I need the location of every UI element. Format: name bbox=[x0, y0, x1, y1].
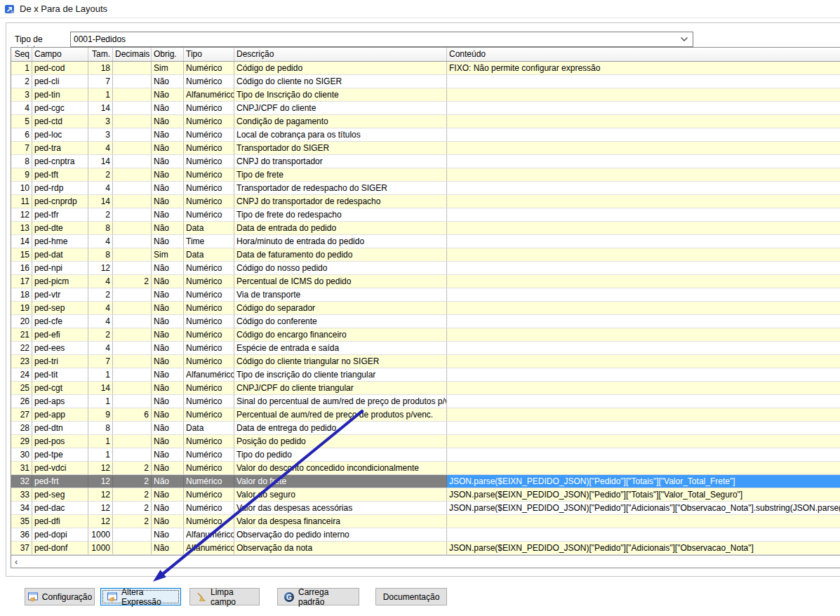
cell-seq[interactable]: 28 bbox=[11, 422, 32, 434]
cell-obrig[interactable]: Não bbox=[152, 475, 184, 488]
cell-dec[interactable] bbox=[113, 208, 152, 221]
cell-seq[interactable]: 19 bbox=[11, 302, 32, 314]
cell-tam[interactable]: 14 bbox=[88, 195, 113, 208]
cell-desc[interactable]: Código do separador bbox=[234, 302, 447, 314]
cell-dec[interactable] bbox=[113, 448, 152, 461]
cell-desc[interactable]: Código de pedido bbox=[234, 62, 447, 74]
cell-dec[interactable] bbox=[113, 395, 152, 408]
table-row[interactable]: 27ped-app96NãoNuméricoPercentual de aum/… bbox=[11, 408, 840, 422]
cell-cont[interactable]: JSON.parse($EIXN_PEDIDO_JSON)["Pedido"][… bbox=[447, 542, 840, 554]
cell-tam[interactable]: 12 bbox=[88, 462, 113, 474]
cell-tipo[interactable]: Data bbox=[184, 248, 234, 261]
cell-cont[interactable]: FIXO: Não permite configurar expressão bbox=[447, 62, 840, 74]
cell-desc[interactable]: Valor do seguro bbox=[234, 488, 447, 501]
cell-desc[interactable]: Observação da nota bbox=[234, 542, 447, 554]
cell-seq[interactable]: 8 bbox=[11, 155, 32, 168]
cell-tam[interactable]: 3 bbox=[88, 128, 113, 141]
cell-tam[interactable]: 4 bbox=[88, 182, 113, 194]
table-row[interactable]: 1ped-cod18SimNuméricoCódigo de pedidoFIX… bbox=[11, 62, 840, 75]
cell-cont[interactable] bbox=[447, 448, 840, 461]
documentacao-button[interactable]: Documentação bbox=[375, 588, 447, 605]
cell-tipo[interactable]: Numérico bbox=[184, 475, 234, 488]
cell-tam[interactable]: 14 bbox=[88, 382, 113, 394]
cell-tam[interactable]: 9 bbox=[88, 408, 113, 421]
cell-obrig[interactable]: Não bbox=[152, 542, 184, 554]
cell-obrig[interactable]: Não bbox=[152, 128, 184, 141]
cell-desc[interactable]: Tipo do pedido bbox=[234, 448, 447, 461]
cell-dec[interactable]: 2 bbox=[113, 475, 152, 488]
cell-campo[interactable]: ped-tpe bbox=[32, 448, 88, 461]
cell-tam[interactable]: 1 bbox=[88, 88, 113, 101]
cell-desc[interactable]: Código do cliente triangular no SIGER bbox=[234, 355, 447, 368]
table-row[interactable]: 25ped-cgt14NãoNuméricoCNPJ/CPF do client… bbox=[11, 382, 840, 395]
cell-desc[interactable]: Data de faturamento do pedido bbox=[234, 248, 447, 261]
cell-dec[interactable] bbox=[113, 128, 152, 141]
cell-tipo[interactable]: Numérico bbox=[184, 102, 234, 114]
cell-cont[interactable] bbox=[447, 115, 840, 128]
cell-seq[interactable]: 4 bbox=[11, 102, 32, 114]
cell-cont[interactable] bbox=[447, 168, 840, 181]
cell-tipo[interactable]: Numérico bbox=[184, 208, 234, 221]
cell-desc[interactable]: Posição do pedido bbox=[234, 435, 447, 448]
cell-campo[interactable]: ped-npi bbox=[32, 262, 88, 274]
cell-cont[interactable] bbox=[447, 395, 840, 408]
cell-cont[interactable] bbox=[447, 288, 840, 301]
cell-campo[interactable]: ped-dac bbox=[32, 502, 88, 514]
cell-campo[interactable]: ped-tft bbox=[32, 168, 88, 181]
cell-campo[interactable]: ped-dfi bbox=[32, 515, 88, 528]
cell-campo[interactable]: ped-cod bbox=[32, 62, 88, 74]
cell-dec[interactable]: 2 bbox=[113, 515, 152, 528]
cell-tipo[interactable]: Numérico bbox=[184, 275, 234, 288]
cell-tipo[interactable]: Numérico bbox=[184, 195, 234, 208]
cell-tam[interactable]: 7 bbox=[88, 75, 113, 88]
cell-tipo[interactable]: Numérico bbox=[184, 75, 234, 88]
cell-campo[interactable]: ped-vdci bbox=[32, 462, 88, 474]
limpa-campo-button[interactable]: Limpa campo bbox=[189, 588, 260, 605]
table-row[interactable]: 12ped-tfr2NãoNuméricoTipo de frete do re… bbox=[11, 208, 840, 222]
cell-seq[interactable]: 18 bbox=[11, 288, 32, 301]
cell-cont[interactable] bbox=[447, 128, 840, 141]
cell-cont[interactable] bbox=[447, 222, 840, 234]
cell-obrig[interactable]: Sim bbox=[152, 248, 184, 261]
cell-seq[interactable]: 6 bbox=[11, 128, 32, 141]
cell-campo[interactable]: ped-ctd bbox=[32, 115, 88, 128]
cell-desc[interactable]: Percentual de ICMS do pedido bbox=[234, 275, 447, 288]
cell-seq[interactable]: 30 bbox=[11, 448, 32, 461]
cell-cont[interactable]: JSON.parse($EIXN_PEDIDO_JSON)["Pedido"][… bbox=[447, 488, 840, 501]
cell-cont[interactable] bbox=[447, 342, 840, 354]
column-header-obrig[interactable]: Obrig. bbox=[152, 48, 184, 61]
horizontal-scrollbar[interactable]: ‹ bbox=[11, 555, 840, 568]
cell-obrig[interactable]: Não bbox=[152, 315, 184, 328]
cell-cont[interactable] bbox=[447, 88, 840, 101]
cell-tam[interactable]: 1000 bbox=[88, 528, 113, 541]
cell-dec[interactable] bbox=[113, 115, 152, 128]
cell-desc[interactable]: Percentual de aum/red de preço de produt… bbox=[234, 408, 447, 421]
cell-cont[interactable] bbox=[447, 208, 840, 221]
column-header-cont[interactable]: Conteúdo bbox=[447, 48, 840, 61]
cell-cont[interactable] bbox=[447, 102, 840, 114]
cell-tipo[interactable]: Numérico bbox=[184, 395, 234, 408]
chevron-down-icon[interactable] bbox=[680, 36, 688, 42]
cell-campo[interactable]: ped-cli bbox=[32, 75, 88, 88]
cell-cont[interactable] bbox=[447, 515, 840, 528]
cell-obrig[interactable]: Não bbox=[152, 382, 184, 394]
cell-dec[interactable] bbox=[113, 155, 152, 168]
cell-tam[interactable]: 8 bbox=[88, 248, 113, 261]
cell-dec[interactable]: 2 bbox=[113, 275, 152, 288]
cell-tipo[interactable]: Numérico bbox=[184, 342, 234, 354]
cell-dec[interactable] bbox=[113, 262, 152, 274]
table-row[interactable]: 24ped-tit1NãoAlfanuméricoTipo de inscriç… bbox=[11, 368, 840, 382]
cell-tam[interactable]: 14 bbox=[88, 102, 113, 114]
table-row[interactable]: 14ped-hme4NãoTimeHora/minuto de entrada … bbox=[11, 235, 840, 248]
cell-dec[interactable] bbox=[113, 328, 152, 341]
cell-cont[interactable] bbox=[447, 75, 840, 88]
cell-seq[interactable]: 24 bbox=[11, 368, 32, 381]
cell-dec[interactable] bbox=[113, 342, 152, 354]
cell-obrig[interactable]: Não bbox=[152, 408, 184, 421]
cell-dec[interactable] bbox=[113, 355, 152, 368]
cell-desc[interactable]: Local de cobrança para os títulos bbox=[234, 128, 447, 141]
cell-cont[interactable] bbox=[447, 302, 840, 314]
cell-obrig[interactable]: Não bbox=[152, 222, 184, 234]
cell-seq[interactable]: 25 bbox=[11, 382, 32, 394]
cell-obrig[interactable]: Não bbox=[152, 422, 184, 434]
